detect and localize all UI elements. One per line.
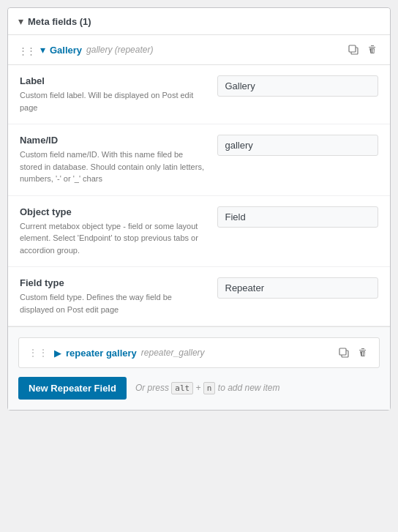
meta-fields-container: ▾ Meta fields (1) ▾ Gallery gallery (rep…: [7, 7, 391, 411]
property-fieldtype-row: Field type Custom field type. Defines th…: [8, 267, 390, 326]
property-nameid-value-area: gallery: [217, 135, 379, 156]
field-type-label: gallery (repeater): [86, 45, 346, 55]
property-fieldtype-value-area: Repeater: [217, 277, 379, 299]
svg-rect-1: [349, 45, 356, 52]
property-objecttype-name: Object type: [20, 206, 206, 217]
property-label-info: Label Custom field label. Will be displa…: [20, 75, 217, 113]
delete-field-button[interactable]: [365, 42, 380, 57]
property-nameid-info: Name/ID Custom field name/ID. With this …: [20, 135, 217, 185]
property-fieldtype-name: Field type: [20, 277, 206, 288]
property-fieldtype-desc: Custom field type. Defines the way field…: [20, 291, 206, 315]
copy-field-button[interactable]: [346, 42, 361, 57]
property-objecttype-value-area: Field: [217, 206, 379, 228]
property-objecttype-value: Field: [217, 206, 379, 228]
gallery-field-row: ▾ Gallery gallery (repeater): [8, 34, 390, 64]
property-label-row: Label Custom field label. Will be displa…: [8, 65, 390, 124]
property-objecttype-desc: Current metabox object type - field or s…: [20, 220, 206, 257]
property-objecttype-info: Object type Current metabox object type …: [20, 206, 217, 257]
shortcut-plus-span: +: [196, 383, 201, 393]
copy-repeater-button[interactable]: [337, 345, 351, 360]
property-label-desc: Custom field label. Will be displayed on…: [20, 89, 206, 113]
property-fieldtype-value: Repeater: [217, 277, 379, 299]
field-properties: Label Custom field label. Will be displa…: [8, 64, 390, 326]
property-fieldtype-info: Field type Custom field type. Defines th…: [20, 277, 217, 315]
shortcut-text-span: Or press: [135, 383, 171, 393]
trash-repeater-icon: [357, 347, 369, 359]
property-objecttype-row: Object type Current metabox object type …: [8, 196, 390, 268]
section-title: Meta fields (1): [28, 16, 91, 27]
drag-handle-icon[interactable]: [18, 45, 34, 56]
field-actions: [346, 42, 380, 57]
repeater-drag-handle-icon[interactable]: ⋮⋮: [28, 347, 48, 359]
repeater-field-id: repeater_gallery: [141, 348, 337, 358]
add-repeater-bar: New Repeater Field Or press alt + n to a…: [18, 377, 380, 400]
shortcut-suffix-span: to add new item: [218, 383, 280, 393]
repeater-toggle-icon[interactable]: ▶: [54, 348, 61, 359]
field-name-label: Gallery: [50, 45, 82, 56]
property-label-name: Label: [20, 75, 206, 86]
repeater-field-name: repeater gallery: [66, 348, 137, 359]
property-nameid-row: Name/ID Custom field name/ID. With this …: [8, 124, 390, 196]
repeater-section: ⋮⋮ ▶ repeater gallery repeater_gallery: [8, 326, 390, 410]
shortcut-key-alt-span: alt: [171, 382, 193, 394]
field-toggle-icon[interactable]: ▾: [40, 44, 45, 56]
section-chevron-icon: ▾: [18, 15, 23, 27]
repeater-field-actions: [337, 345, 370, 360]
shortcut-key-n-span: n: [203, 382, 216, 394]
property-label-value: Gallery: [217, 75, 379, 97]
copy-icon: [348, 44, 359, 56]
copy-repeater-icon: [338, 347, 350, 359]
property-nameid-name: Name/ID: [20, 135, 206, 146]
delete-repeater-button[interactable]: [356, 345, 370, 360]
shortcut-hint: Or press alt + n to add new item: [135, 382, 280, 394]
new-repeater-field-button[interactable]: New Repeater Field: [18, 377, 127, 400]
section-header[interactable]: ▾ Meta fields (1): [8, 8, 390, 34]
repeater-field-row: ⋮⋮ ▶ repeater gallery repeater_gallery: [18, 337, 380, 368]
trash-icon: [367, 44, 378, 56]
svg-rect-3: [339, 348, 346, 355]
property-label-value-area: Gallery: [217, 75, 379, 97]
property-nameid-desc: Custom field name/ID. With this name fil…: [20, 149, 206, 185]
property-nameid-value: gallery: [217, 135, 379, 156]
